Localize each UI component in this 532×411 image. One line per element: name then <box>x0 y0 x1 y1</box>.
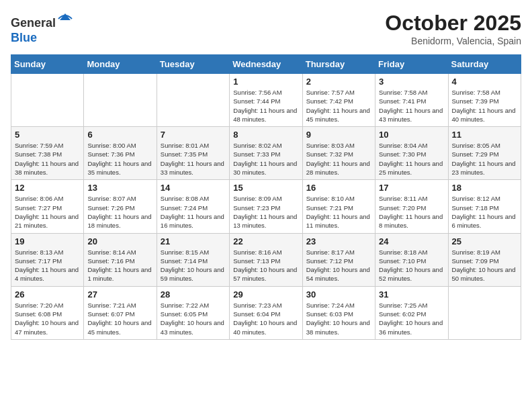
weekday-header: Saturday <box>448 55 521 74</box>
calendar-cell: 13Sunrise: 8:07 AMSunset: 7:26 PMDayligh… <box>84 180 157 233</box>
calendar-cell: 11Sunrise: 8:05 AMSunset: 7:29 PMDayligh… <box>448 127 521 180</box>
day-info: Sunrise: 8:00 AMSunset: 7:36 PMDaylight:… <box>87 141 152 177</box>
calendar-cell <box>11 74 84 127</box>
calendar-cell: 24Sunrise: 8:18 AMSunset: 7:10 PMDayligh… <box>375 233 448 286</box>
page-header: General Blue October 2025 Benidorm, Vale… <box>11 11 521 46</box>
day-info: Sunrise: 8:11 AMSunset: 7:20 PMDaylight:… <box>379 194 444 230</box>
calendar-cell: 9Sunrise: 8:03 AMSunset: 7:32 PMDaylight… <box>302 127 375 180</box>
day-number: 15 <box>233 183 298 193</box>
day-info: Sunrise: 7:21 AMSunset: 6:07 PMDaylight:… <box>87 301 152 336</box>
day-number: 11 <box>452 130 517 140</box>
day-number: 3 <box>379 77 444 87</box>
day-number: 19 <box>15 236 80 246</box>
calendar-week-row: 19Sunrise: 8:13 AMSunset: 7:17 PMDayligh… <box>11 233 521 286</box>
calendar-cell: 5Sunrise: 7:59 AMSunset: 7:38 PMDaylight… <box>11 127 84 180</box>
calendar-week-row: 26Sunrise: 7:20 AMSunset: 6:08 PMDayligh… <box>11 286 521 339</box>
day-info: Sunrise: 7:25 AMSunset: 6:02 PMDaylight:… <box>379 301 444 336</box>
calendar-week-row: 1Sunrise: 7:56 AMSunset: 7:44 PMDaylight… <box>11 74 521 127</box>
weekday-header: Tuesday <box>157 55 229 74</box>
weekday-header-row: SundayMondayTuesdayWednesdayThursdayFrid… <box>11 55 521 74</box>
day-info: Sunrise: 8:01 AMSunset: 7:35 PMDaylight:… <box>161 141 226 177</box>
day-number: 29 <box>233 289 298 300</box>
logo-icon <box>57 11 73 27</box>
day-info: Sunrise: 8:17 AMSunset: 7:12 PMDaylight:… <box>306 248 371 283</box>
day-number: 20 <box>87 236 152 246</box>
calendar-cell: 7Sunrise: 8:01 AMSunset: 7:35 PMDaylight… <box>157 127 229 180</box>
day-info: Sunrise: 8:03 AMSunset: 7:32 PMDaylight:… <box>306 141 371 177</box>
day-number: 12 <box>15 183 80 193</box>
title-block: October 2025 Benidorm, Valencia, Spain <box>385 11 521 46</box>
day-number: 5 <box>15 130 80 140</box>
day-number: 9 <box>306 130 371 140</box>
day-number: 26 <box>15 289 80 300</box>
day-info: Sunrise: 7:22 AMSunset: 6:05 PMDaylight:… <box>161 301 226 336</box>
day-number: 7 <box>161 130 226 140</box>
weekday-header: Wednesday <box>230 55 302 74</box>
day-info: Sunrise: 7:59 AMSunset: 7:38 PMDaylight:… <box>15 141 80 177</box>
day-info: Sunrise: 8:15 AMSunset: 7:14 PMDaylight:… <box>161 248 226 283</box>
day-info: Sunrise: 8:14 AMSunset: 7:16 PMDaylight:… <box>87 248 152 283</box>
day-info: Sunrise: 8:09 AMSunset: 7:23 PMDaylight:… <box>233 194 298 230</box>
day-info: Sunrise: 8:12 AMSunset: 7:18 PMDaylight:… <box>452 194 517 230</box>
day-number: 14 <box>161 183 226 193</box>
calendar-cell: 6Sunrise: 8:00 AMSunset: 7:36 PMDaylight… <box>84 127 157 180</box>
day-number: 31 <box>379 289 444 300</box>
day-number: 8 <box>233 130 298 140</box>
day-info: Sunrise: 8:19 AMSunset: 7:09 PMDaylight:… <box>452 248 517 283</box>
day-number: 23 <box>306 236 371 246</box>
calendar-cell: 2Sunrise: 7:57 AMSunset: 7:42 PMDaylight… <box>302 74 375 127</box>
day-number: 13 <box>87 183 152 193</box>
calendar-cell: 26Sunrise: 7:20 AMSunset: 6:08 PMDayligh… <box>11 286 84 339</box>
calendar-cell: 17Sunrise: 8:11 AMSunset: 7:20 PMDayligh… <box>375 180 448 233</box>
calendar-cell: 21Sunrise: 8:15 AMSunset: 7:14 PMDayligh… <box>157 233 229 286</box>
calendar-cell: 20Sunrise: 8:14 AMSunset: 7:16 PMDayligh… <box>84 233 157 286</box>
day-info: Sunrise: 8:02 AMSunset: 7:33 PMDaylight:… <box>233 141 298 177</box>
calendar-cell: 8Sunrise: 8:02 AMSunset: 7:33 PMDaylight… <box>230 127 302 180</box>
calendar-cell: 3Sunrise: 7:58 AMSunset: 7:41 PMDaylight… <box>375 74 448 127</box>
calendar-week-row: 12Sunrise: 8:06 AMSunset: 7:27 PMDayligh… <box>11 180 521 233</box>
day-number: 28 <box>161 289 226 300</box>
day-number: 17 <box>379 183 444 193</box>
calendar-cell <box>448 286 521 339</box>
calendar-cell: 14Sunrise: 8:08 AMSunset: 7:24 PMDayligh… <box>157 180 229 233</box>
day-info: Sunrise: 7:20 AMSunset: 6:08 PMDaylight:… <box>15 301 80 336</box>
month-title: October 2025 <box>385 11 521 36</box>
day-number: 21 <box>161 236 226 246</box>
calendar-cell: 1Sunrise: 7:56 AMSunset: 7:44 PMDaylight… <box>230 74 302 127</box>
logo-blue-text: Blue <box>11 31 37 44</box>
logo: General Blue <box>11 11 73 45</box>
calendar-cell: 25Sunrise: 8:19 AMSunset: 7:09 PMDayligh… <box>448 233 521 286</box>
calendar-cell: 29Sunrise: 7:23 AMSunset: 6:04 PMDayligh… <box>230 286 302 339</box>
day-info: Sunrise: 8:07 AMSunset: 7:26 PMDaylight:… <box>87 194 152 230</box>
day-number: 25 <box>452 236 517 246</box>
day-number: 6 <box>87 130 152 140</box>
day-number: 16 <box>306 183 371 193</box>
calendar-cell: 10Sunrise: 8:04 AMSunset: 7:30 PMDayligh… <box>375 127 448 180</box>
day-number: 27 <box>87 289 152 300</box>
day-info: Sunrise: 7:57 AMSunset: 7:42 PMDaylight:… <box>306 88 371 124</box>
weekday-header: Friday <box>375 55 448 74</box>
day-number: 10 <box>379 130 444 140</box>
calendar-cell: 18Sunrise: 8:12 AMSunset: 7:18 PMDayligh… <box>448 180 521 233</box>
day-info: Sunrise: 7:24 AMSunset: 6:03 PMDaylight:… <box>306 301 371 336</box>
calendar-cell: 22Sunrise: 8:16 AMSunset: 7:13 PMDayligh… <box>230 233 302 286</box>
weekday-header: Monday <box>84 55 157 74</box>
calendar-cell: 19Sunrise: 8:13 AMSunset: 7:17 PMDayligh… <box>11 233 84 286</box>
day-info: Sunrise: 8:04 AMSunset: 7:30 PMDaylight:… <box>379 141 444 177</box>
calendar-cell: 23Sunrise: 8:17 AMSunset: 7:12 PMDayligh… <box>302 233 375 286</box>
logo-general-text: General <box>11 16 56 30</box>
calendar-cell <box>157 74 229 127</box>
day-info: Sunrise: 8:18 AMSunset: 7:10 PMDaylight:… <box>379 248 444 283</box>
day-number: 24 <box>379 236 444 246</box>
day-number: 30 <box>306 289 371 300</box>
day-number: 18 <box>452 183 517 193</box>
calendar-cell: 31Sunrise: 7:25 AMSunset: 6:02 PMDayligh… <box>375 286 448 339</box>
calendar-cell: 16Sunrise: 8:10 AMSunset: 7:21 PMDayligh… <box>302 180 375 233</box>
calendar-cell <box>84 74 157 127</box>
day-number: 22 <box>233 236 298 246</box>
calendar-cell: 4Sunrise: 7:58 AMSunset: 7:39 PMDaylight… <box>448 74 521 127</box>
day-info: Sunrise: 7:58 AMSunset: 7:41 PMDaylight:… <box>379 88 444 124</box>
day-info: Sunrise: 7:56 AMSunset: 7:44 PMDaylight:… <box>233 88 298 124</box>
calendar-cell: 28Sunrise: 7:22 AMSunset: 6:05 PMDayligh… <box>157 286 229 339</box>
day-number: 4 <box>452 77 517 87</box>
